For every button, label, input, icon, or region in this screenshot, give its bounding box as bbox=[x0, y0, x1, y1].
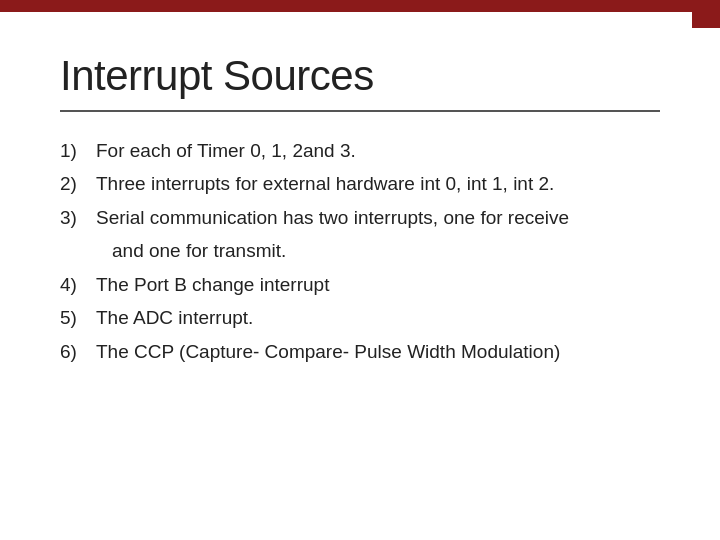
list-item: 2) Three interrupts for external hardwar… bbox=[60, 169, 660, 198]
list-item: 3) Serial communication has two interrup… bbox=[60, 203, 660, 232]
list-number-4: 4) bbox=[60, 270, 96, 299]
indent-space bbox=[60, 236, 96, 265]
list-text-5: The ADC interrupt. bbox=[96, 303, 660, 332]
list-item: 6) The CCP (Capture- Compare- Pulse Widt… bbox=[60, 337, 660, 366]
list-item: 4) The Port B change interrupt bbox=[60, 270, 660, 299]
slide-title: Interrupt Sources bbox=[60, 52, 660, 100]
list-text-3: Serial communication has two interrupts,… bbox=[96, 203, 660, 232]
list-item: 5) The ADC interrupt. bbox=[60, 303, 660, 332]
list-text-3b: and one for transmit. bbox=[96, 236, 660, 265]
list-number-1: 1) bbox=[60, 136, 96, 165]
list-number-5: 5) bbox=[60, 303, 96, 332]
title-divider bbox=[60, 110, 660, 112]
list-text-2: Three interrupts for external hardware i… bbox=[96, 169, 660, 198]
top-bar bbox=[0, 0, 720, 12]
list-number-2: 2) bbox=[60, 169, 96, 198]
list-text-4: The Port B change interrupt bbox=[96, 270, 660, 299]
list-text-6: The CCP (Capture- Compare- Pulse Width M… bbox=[96, 337, 660, 366]
list-number-6: 6) bbox=[60, 337, 96, 366]
slide-content: Interrupt Sources 1) For each of Timer 0… bbox=[0, 12, 720, 400]
indent-line: and one for transmit. bbox=[60, 236, 660, 265]
corner-box bbox=[692, 0, 720, 28]
list-text-1: For each of Timer 0, 1, 2and 3. bbox=[96, 136, 660, 165]
list-container: 1) For each of Timer 0, 1, 2and 3. 2) Th… bbox=[60, 136, 660, 366]
list-number-3: 3) bbox=[60, 203, 96, 232]
list-item: 1) For each of Timer 0, 1, 2and 3. bbox=[60, 136, 660, 165]
